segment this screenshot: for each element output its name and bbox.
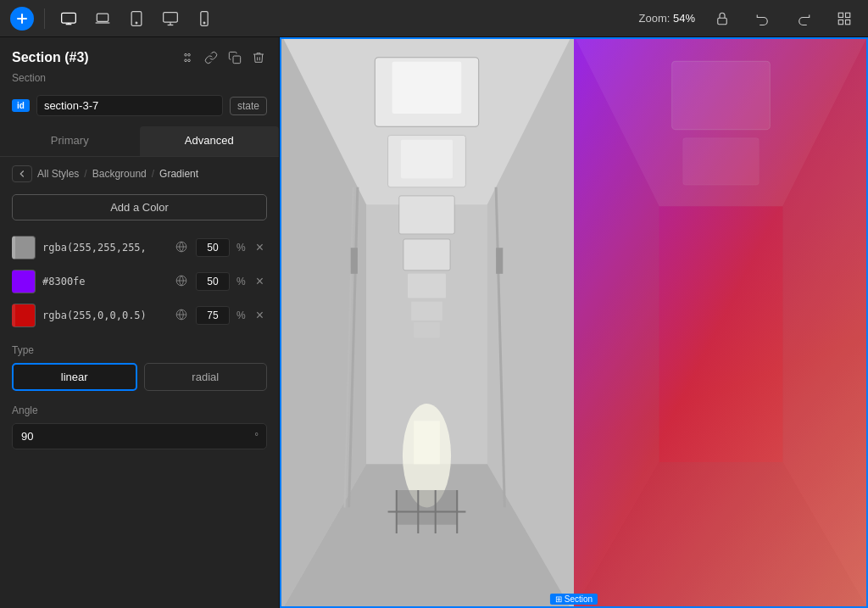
breadcrumb-all-styles[interactable]: All Styles xyxy=(37,168,79,180)
arrange-button[interactable] xyxy=(179,49,196,66)
globe-icon-3 xyxy=(175,309,187,321)
color-amount-3[interactable] xyxy=(196,306,230,325)
breadcrumb-background[interactable]: Background xyxy=(92,168,147,180)
color-swatch-2[interactable] xyxy=(12,270,36,293)
left-panel: Section (#3) xyxy=(0,37,280,608)
globe-button-2[interactable] xyxy=(174,273,189,291)
top-toolbar: Zoom: 54% xyxy=(0,0,868,37)
color-label-2: #8300fe xyxy=(42,276,167,287)
desktop-icon xyxy=(60,10,77,27)
chevron-left-icon xyxy=(16,168,28,180)
angle-input-wrapper: ° xyxy=(12,423,267,449)
id-input[interactable] xyxy=(36,95,223,116)
tablet-icon xyxy=(128,10,145,27)
svg-rect-61 xyxy=(672,61,771,129)
grid-button[interactable] xyxy=(831,5,858,32)
svg-rect-17 xyxy=(846,20,850,24)
add-button[interactable] xyxy=(10,7,34,31)
duplicate-icon xyxy=(228,51,242,64)
svg-rect-15 xyxy=(846,13,850,17)
globe-button-3[interactable] xyxy=(174,307,189,325)
state-button[interactable]: state xyxy=(230,97,267,115)
globe-icon-1 xyxy=(175,241,187,253)
remove-color-2[interactable]: × xyxy=(253,272,267,291)
laptop-icon-btn[interactable] xyxy=(89,5,116,32)
main-content: Section (#3) xyxy=(0,37,868,608)
svg-point-18 xyxy=(185,53,187,56)
section-frame: ⊞ Section xyxy=(280,37,868,608)
breadcrumb-row: All Styles / Background / Gradient xyxy=(0,157,279,191)
type-radial-button[interactable]: radial xyxy=(144,363,268,391)
svg-rect-44 xyxy=(414,421,440,464)
color-row-3: rgba(255,0,0,0.5) % × xyxy=(0,298,279,332)
trash-icon xyxy=(252,51,265,64)
section-title: Section (#3) xyxy=(12,50,89,65)
svg-rect-35 xyxy=(392,62,462,114)
angle-label: Angle xyxy=(12,404,267,416)
monitor-icon xyxy=(162,10,179,27)
section-label-tag: ⊞ Section xyxy=(550,594,598,605)
svg-point-19 xyxy=(188,53,191,56)
toolbar-separator-1 xyxy=(44,8,45,29)
svg-rect-41 xyxy=(411,301,442,320)
corridor-left xyxy=(280,37,574,608)
svg-rect-8 xyxy=(164,12,178,22)
svg-rect-39 xyxy=(403,239,450,271)
undo-icon xyxy=(755,11,771,26)
tab-advanced[interactable]: Advanced xyxy=(140,126,280,156)
remove-color-3[interactable]: × xyxy=(253,306,267,325)
angle-unit: ° xyxy=(254,431,259,443)
grid-icon xyxy=(837,11,852,26)
duplicate-button[interactable] xyxy=(226,49,243,66)
desktop-icon-btn[interactable] xyxy=(55,5,82,32)
globe-button-1[interactable] xyxy=(174,239,189,257)
id-badge: id xyxy=(12,99,30,112)
toolbar-left xyxy=(10,5,218,32)
svg-rect-16 xyxy=(838,20,843,24)
type-linear-button[interactable]: linear xyxy=(12,363,137,391)
remove-color-1[interactable]: × xyxy=(253,238,267,257)
type-buttons: linear radial xyxy=(12,363,267,391)
color-swatch-3[interactable] xyxy=(12,304,36,327)
color-label-3: rgba(255,0,0,0.5) xyxy=(42,310,167,321)
svg-point-12 xyxy=(203,22,205,24)
svg-rect-13 xyxy=(718,18,727,25)
pct-label-2: % xyxy=(236,276,246,287)
color-swatch-1[interactable] xyxy=(12,236,36,259)
angle-section: Angle ° xyxy=(0,398,279,461)
svg-rect-5 xyxy=(97,14,108,21)
arrange-icon xyxy=(181,51,194,64)
redo-button[interactable] xyxy=(790,5,817,32)
svg-point-20 xyxy=(185,59,187,62)
breadcrumb-back-button[interactable] xyxy=(12,165,32,182)
breadcrumb-sep-1: / xyxy=(84,168,86,180)
tablet-icon-btn[interactable] xyxy=(123,5,150,32)
type-label: Type xyxy=(12,344,267,356)
svg-rect-49 xyxy=(496,248,503,274)
link-icon xyxy=(204,51,218,64)
type-section: Type linear radial xyxy=(0,332,279,398)
delete-button[interactable] xyxy=(250,49,267,66)
panel-tabs: Primary Advanced xyxy=(0,126,279,157)
lock-button[interactable] xyxy=(709,5,736,32)
svg-point-21 xyxy=(188,59,191,62)
svg-rect-40 xyxy=(408,274,446,298)
svg-rect-38 xyxy=(399,196,454,234)
section-actions xyxy=(179,49,267,66)
link-button[interactable] xyxy=(203,49,220,66)
breadcrumb-sep-2: / xyxy=(152,168,154,180)
add-color-button[interactable]: Add a Color xyxy=(12,194,267,220)
section-title-row: Section (#3) xyxy=(12,49,267,66)
svg-rect-37 xyxy=(401,140,453,179)
monitor-icon-btn[interactable] xyxy=(157,5,184,32)
angle-input[interactable] xyxy=(12,423,267,449)
color-amount-1[interactable] xyxy=(196,238,230,257)
tab-primary[interactable]: Primary xyxy=(0,126,140,156)
canvas-area[interactable]: ⊞ Section xyxy=(280,37,868,608)
svg-rect-50 xyxy=(397,490,457,525)
corridor-right xyxy=(574,37,868,608)
undo-button[interactable] xyxy=(749,5,776,32)
toolbar-right: Zoom: 54% xyxy=(639,5,859,32)
color-amount-2[interactable] xyxy=(196,272,230,291)
mobile-icon-btn[interactable] xyxy=(191,5,218,32)
